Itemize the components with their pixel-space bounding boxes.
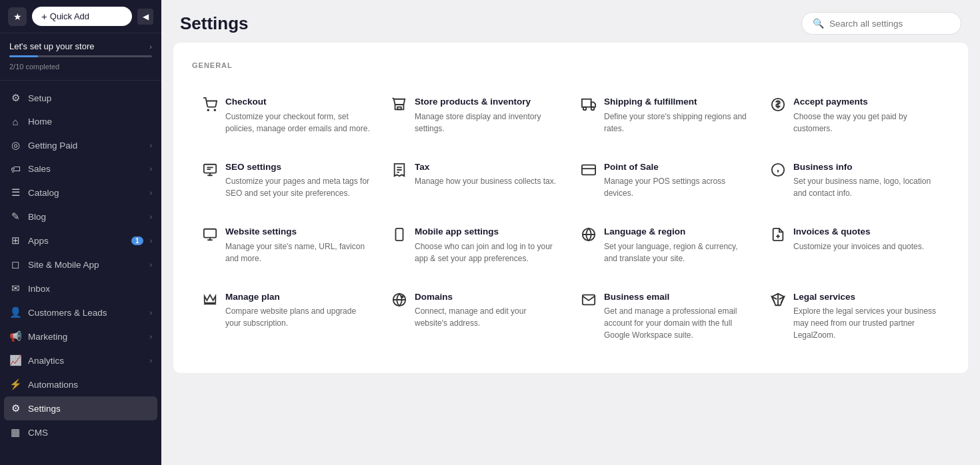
sidebar-item-apps[interactable]: ⊞ Apps 1 › <box>0 229 161 252</box>
settings-item-tax[interactable]: Tax Manage how your business collects ta… <box>381 148 571 213</box>
settings-item-business-email[interactable]: Business email Get and manage a professi… <box>571 278 760 355</box>
customers-icon: 👤 <box>9 306 21 318</box>
settings-item-desc: Compare website plans and upgrade your s… <box>225 305 371 329</box>
sidebar-item-catalog[interactable]: ☰ Catalog › <box>0 181 161 205</box>
sidebar-item-blog[interactable]: ✎ Blog › <box>0 205 161 229</box>
settings-item-business-info[interactable]: Business info Set your business name, lo… <box>760 148 949 213</box>
quick-add-button[interactable]: + Quick Add <box>32 7 132 26</box>
collapse-sidebar-button[interactable]: ◀ <box>137 9 153 25</box>
mobile-icon <box>392 227 407 242</box>
info-circle-icon <box>771 163 785 177</box>
store-setup[interactable]: Let's set up your store › 2/10 completed <box>0 33 161 81</box>
settings-item-title: Manage plan <box>225 291 371 303</box>
sidebar-item-automations[interactable]: ⚡ Automations <box>0 372 161 396</box>
invoice-icon <box>771 227 785 242</box>
svg-rect-9 <box>582 165 595 175</box>
settings-item-website-settings[interactable]: Website settings Manage your site's name… <box>192 213 381 278</box>
progress-bar <box>9 55 152 57</box>
settings-item-domains[interactable]: Domains Connect, manage and edit your we… <box>381 278 571 355</box>
chevron-right-icon: › <box>150 309 152 316</box>
site-mobile-icon: ◻ <box>9 258 21 270</box>
settings-item-title: Invoices & quotes <box>793 226 924 238</box>
automations-icon: ⚡ <box>9 378 21 390</box>
sidebar-item-label: Getting Paid <box>28 141 143 151</box>
settings-item-title: Mobile app settings <box>415 226 560 238</box>
page-title: Settings <box>180 13 249 34</box>
settings-item-desc: Choose the way you get paid by customers… <box>793 111 939 135</box>
card-icon <box>581 163 596 177</box>
monitor-icon <box>203 227 217 242</box>
apps-icon: ⊞ <box>9 234 21 246</box>
settings-item-desc: Customize your invoices and quotes. <box>793 240 924 252</box>
settings-item-title: Store products & inventory <box>415 96 560 108</box>
search-box[interactable]: 🔍 <box>801 12 961 35</box>
cart-icon <box>203 97 217 112</box>
setup-icon: ⚙ <box>9 92 21 104</box>
sidebar: ★ + Quick Add ◀ Let's set up your store … <box>0 0 161 465</box>
sidebar-nav: ⚙ Setup ⌂ Home ◎ Getting Paid › 🏷 Sales … <box>0 81 161 465</box>
settings-item-checkout[interactable]: Checkout Customize your checkout form, s… <box>192 83 381 148</box>
settings-item-invoices[interactable]: Invoices & quotes Customize your invoice… <box>760 213 949 278</box>
receipt-icon <box>392 163 407 177</box>
settings-item-seo[interactable]: SEO settings Customize your pages and me… <box>192 148 381 213</box>
settings-item-title: Website settings <box>225 226 371 238</box>
crown-icon <box>203 292 217 307</box>
settings-item-store-products[interactable]: Store products & inventory Manage store … <box>381 83 571 148</box>
sidebar-item-inbox[interactable]: ✉ Inbox <box>0 276 161 300</box>
settings-item-shipping[interactable]: Shipping & fulfillment Define your store… <box>571 83 760 148</box>
sidebar-item-label: Sales <box>28 164 143 174</box>
settings-item-manage-plan[interactable]: Manage plan Compare website plans and up… <box>192 278 381 355</box>
sidebar-header: ★ + Quick Add ◀ <box>0 0 161 33</box>
settings-item-title: Accept payments <box>793 96 939 108</box>
sidebar-item-customers[interactable]: 👤 Customers & Leads › <box>0 300 161 324</box>
settings-item-language[interactable]: Language & region Set your language, reg… <box>571 213 760 278</box>
email-icon <box>581 292 596 307</box>
sales-icon: 🏷 <box>9 163 21 175</box>
search-input[interactable] <box>829 19 950 29</box>
quick-add-label: Quick Add <box>50 11 89 21</box>
sidebar-item-cms[interactable]: ▦ CMS <box>0 420 161 444</box>
sidebar-item-sales[interactable]: 🏷 Sales › <box>0 157 161 181</box>
settings-item-title: Business email <box>604 291 749 303</box>
settings-item-legal[interactable]: Legal services Explore the legal service… <box>760 278 949 355</box>
progress-fill <box>9 55 38 57</box>
settings-content: GENERAL Checkout Customize your checkout… <box>161 43 980 465</box>
sidebar-item-label: Customers & Leads <box>28 308 143 318</box>
sidebar-item-marketing[interactable]: 📢 Marketing › <box>0 324 161 348</box>
sidebar-item-home[interactable]: ⌂ Home <box>0 110 161 133</box>
seo-icon <box>203 163 217 177</box>
brand-icon: ★ <box>8 7 27 26</box>
sidebar-item-label: Setup <box>28 93 152 103</box>
settings-item-mobile-app[interactable]: Mobile app settings Choose who can join … <box>381 213 571 278</box>
settings-item-desc: Choose who can join and log in to your a… <box>415 240 560 264</box>
truck-icon <box>581 97 596 112</box>
settings-item-title: Checkout <box>225 96 371 108</box>
settings-item-title: Domains <box>415 291 560 303</box>
chevron-right-icon: › <box>150 165 152 173</box>
sidebar-item-getting-paid[interactable]: ◎ Getting Paid › <box>0 133 161 157</box>
settings-item-payments[interactable]: Accept payments Choose the way you get p… <box>760 83 949 148</box>
settings-item-desc: Get and manage a professional email acco… <box>604 305 749 341</box>
sidebar-item-site-mobile[interactable]: ◻ Site & Mobile App › <box>0 252 161 276</box>
getting-paid-icon: ◎ <box>9 139 21 151</box>
circle-dollar-icon <box>771 97 785 112</box>
svg-point-1 <box>214 109 215 111</box>
sidebar-item-label: Site & Mobile App <box>28 260 143 270</box>
sidebar-item-settings[interactable]: ⚙ Settings <box>4 396 157 420</box>
settings-item-title: Legal services <box>793 291 939 303</box>
chevron-right-icon: › <box>150 189 152 197</box>
sidebar-item-label: CMS <box>28 428 152 438</box>
chevron-right-icon: › <box>150 237 152 244</box>
sidebar-item-label: Inbox <box>28 284 152 294</box>
globe-link-icon <box>392 292 407 307</box>
chevron-right-icon: › <box>150 213 152 221</box>
sidebar-item-setup[interactable]: ⚙ Setup <box>0 86 161 110</box>
sidebar-item-analytics[interactable]: 📈 Analytics › <box>0 348 161 372</box>
analytics-icon: 📈 <box>9 354 21 366</box>
balance-icon <box>771 292 785 307</box>
main-content: Settings 🔍 GENERAL Checkout <box>161 0 980 465</box>
section-label: GENERAL <box>192 61 949 69</box>
blog-icon: ✎ <box>9 211 21 223</box>
settings-grid: Checkout Customize your checkout form, s… <box>192 83 949 354</box>
settings-item-pos[interactable]: Point of Sale Manage your POS settings a… <box>571 148 760 213</box>
